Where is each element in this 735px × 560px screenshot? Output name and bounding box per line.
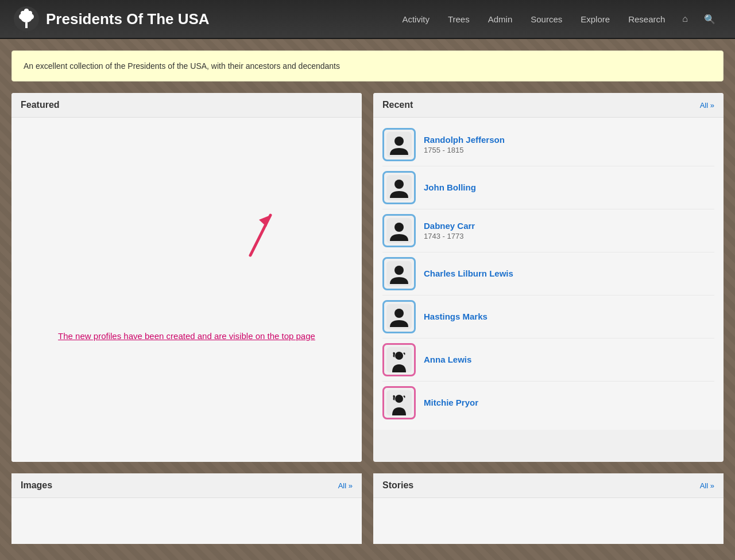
nav-activity[interactable]: Activity (395, 10, 436, 29)
avatar-5 (382, 300, 416, 333)
stories-header: Stories All » (373, 473, 724, 498)
svg-marker-11 (259, 215, 270, 227)
recent-header: Recent All » (373, 93, 724, 118)
featured-content: The new profiles have been created and a… (11, 118, 362, 462)
stories-title: Stories (382, 480, 413, 491)
avatar-7 (382, 386, 416, 419)
svg-point-23 (395, 352, 403, 360)
recent-title: Recent (382, 100, 413, 110)
person-dates-1: 1755 - 1815 (424, 146, 714, 154)
silhouette-female-1 (386, 347, 412, 372)
person-name-1[interactable]: Randolph Jefferson (424, 135, 714, 145)
recent-person-6[interactable]: Anna Lewis (382, 339, 714, 382)
nav-admin[interactable]: Admin (481, 10, 520, 29)
nav-trees[interactable]: Trees (441, 10, 477, 29)
avatar-6 (382, 343, 416, 376)
content-grid: Featured The new profiles have been crea… (11, 93, 724, 462)
recent-person-3[interactable]: Dabney Carr 1743 - 1773 (382, 209, 714, 252)
main-content: An excellent collection of the President… (0, 39, 735, 560)
stories-all-link[interactable]: All » (700, 481, 714, 490)
silhouette-male-3 (386, 218, 412, 243)
main-nav: Activity Trees Admin Sources Explore Res… (395, 9, 721, 29)
nav-sources[interactable]: Sources (524, 10, 569, 29)
svg-point-19 (394, 266, 404, 275)
avatar-2 (382, 171, 416, 204)
person-name-2[interactable]: John Bolling (424, 182, 714, 192)
description-text: An excellent collection of the President… (24, 61, 340, 71)
recent-person-5[interactable]: Hastings Marks (382, 295, 714, 339)
stories-panel: Stories All » (373, 473, 724, 544)
recent-person-4[interactable]: Charles Lilburn Lewis (382, 252, 714, 295)
avatar-3 (382, 214, 416, 247)
svg-point-13 (394, 137, 404, 146)
nav-explore[interactable]: Explore (574, 10, 617, 29)
recent-person-1[interactable]: Randolph Jefferson 1755 - 1815 (382, 123, 714, 166)
featured-link[interactable]: The new profiles have been created and a… (58, 331, 315, 341)
silhouette-female-2 (386, 390, 412, 415)
search-icon[interactable]: 🔍 (698, 9, 721, 29)
person-info-1: Randolph Jefferson 1755 - 1815 (424, 135, 714, 154)
avatar-4 (382, 257, 416, 290)
svg-rect-1 (25, 22, 28, 28)
logo[interactable]: Presidents Of The USA (14, 6, 210, 32)
stories-content (373, 498, 724, 544)
header: Presidents Of The USA Activity Trees Adm… (0, 0, 735, 39)
images-content (11, 498, 362, 544)
featured-header: Featured (11, 93, 362, 118)
recent-person-7[interactable]: Mitchie Pryor (382, 382, 714, 424)
person-info-2: John Bolling (424, 182, 714, 193)
featured-panel: Featured The new profiles have been crea… (11, 93, 362, 462)
svg-point-21 (394, 309, 404, 318)
bottom-grid: Images All » Stories All » (11, 473, 724, 544)
images-title: Images (21, 480, 52, 491)
avatar-1 (382, 128, 416, 161)
silhouette-male-5 (386, 304, 412, 329)
person-info-6: Anna Lewis (424, 355, 714, 365)
svg-point-15 (394, 180, 404, 189)
images-all-link[interactable]: All » (338, 481, 353, 490)
recent-person-2[interactable]: John Bolling (382, 166, 714, 209)
person-name-5[interactable]: Hastings Marks (424, 312, 714, 321)
silhouette-male-4 (386, 261, 412, 286)
arrow-icon (216, 204, 285, 267)
description-banner: An excellent collection of the President… (11, 50, 724, 81)
home-icon[interactable]: ⌂ (676, 9, 694, 29)
recent-all-link[interactable]: All » (700, 101, 714, 110)
tree-icon (14, 6, 39, 32)
svg-point-25 (395, 395, 403, 403)
svg-line-10 (250, 215, 270, 255)
featured-message: The new profiles have been created and a… (29, 331, 345, 341)
person-dates-3: 1743 - 1773 (424, 232, 714, 240)
person-info-7: Mitchie Pryor (424, 398, 714, 409)
silhouette-male-2 (386, 175, 412, 200)
person-info-3: Dabney Carr 1743 - 1773 (424, 221, 714, 240)
images-panel: Images All » (11, 473, 362, 544)
nav-research[interactable]: Research (621, 10, 672, 29)
person-name-7[interactable]: Mitchie Pryor (424, 398, 714, 407)
person-info-5: Hastings Marks (424, 312, 714, 322)
arrow-decoration (216, 204, 285, 269)
recent-list: Randolph Jefferson 1755 - 1815 Jo (373, 118, 724, 430)
person-name-6[interactable]: Anna Lewis (424, 355, 714, 364)
svg-point-17 (394, 223, 404, 232)
images-header: Images All » (11, 473, 362, 498)
person-name-4[interactable]: Charles Lilburn Lewis (424, 269, 714, 278)
person-info-4: Charles Lilburn Lewis (424, 269, 714, 279)
featured-title: Featured (21, 100, 60, 110)
svg-point-9 (24, 9, 29, 13)
silhouette-male-1 (386, 132, 412, 157)
recent-panel: Recent All » Randolph Jefferson (373, 93, 724, 462)
person-name-3[interactable]: Dabney Carr (424, 221, 714, 231)
site-title: Presidents Of The USA (46, 10, 210, 28)
